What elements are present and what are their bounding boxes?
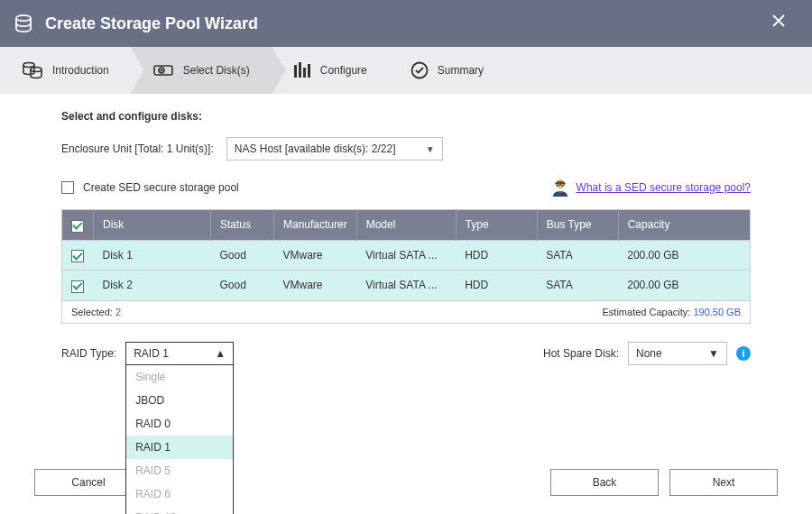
summary-icon: [411, 61, 429, 79]
enclosure-select[interactable]: NAS Host [available disk(s): 2/22] ▼: [226, 137, 443, 161]
cell-bus-type: SATA: [537, 240, 618, 271]
raid-option: RAID 10: [126, 506, 233, 515]
step-label: Configure: [320, 64, 367, 77]
disk-table: Disk Status Manufacturer Model Type Bus …: [61, 209, 751, 301]
introduction-icon: [22, 60, 43, 80]
cell-manufacturer: VMware: [274, 271, 357, 301]
close-icon[interactable]: [770, 13, 798, 32]
sed-help-link[interactable]: What is a SED secure storage pool?: [577, 181, 751, 194]
col-capacity[interactable]: Capacity: [618, 210, 750, 241]
step-configure[interactable]: Configure: [272, 47, 389, 94]
cell-capacity: 200.00 GB: [618, 271, 750, 301]
raid-option: RAID 6: [126, 482, 233, 506]
prompt-text: Select and configure disks:: [61, 110, 751, 123]
caret-down-icon: ▼: [426, 144, 435, 154]
back-button[interactable]: Back: [550, 469, 659, 496]
svg-point-1: [23, 63, 34, 68]
cell-manufacturer: VMware: [274, 240, 357, 271]
svg-point-2: [31, 68, 42, 72]
row-checkbox[interactable]: [71, 250, 84, 262]
table-row[interactable]: Disk 2GoodVMwareVirtual SATA ...HDDSATA2…: [62, 271, 751, 301]
info-icon[interactable]: i: [736, 346, 751, 361]
svg-rect-9: [308, 64, 310, 78]
hotspare-value: None: [636, 347, 662, 360]
raid-type-select[interactable]: RAID 1 ▲: [125, 342, 234, 365]
col-disk[interactable]: Disk: [94, 210, 211, 241]
estimated-value: 190.50 GB: [693, 307, 741, 317]
cell-model: Virtual SATA ...: [356, 271, 456, 301]
cell-disk: Disk 1: [94, 240, 211, 271]
cell-bus-type: SATA: [537, 271, 618, 301]
svg-rect-7: [299, 62, 301, 78]
raid-option: RAID 5: [126, 459, 233, 482]
step-select-disks[interactable]: Select Disk(s): [131, 47, 272, 94]
raid-type-dropdown[interactable]: SingleJBODRAID 0RAID 1RAID 5RAID 6RAID 1…: [125, 364, 234, 515]
svg-point-5: [161, 69, 162, 71]
disk-icon: [152, 62, 174, 78]
enclosure-value: NAS Host [available disk(s): 2/22]: [235, 142, 396, 155]
cell-model: Virtual SATA ...: [356, 240, 456, 271]
cell-capacity: 200.00 GB: [618, 240, 750, 271]
caret-down-icon: ▼: [708, 347, 719, 360]
caret-up-icon: ▲: [215, 347, 226, 360]
help-avatar-icon: [549, 177, 571, 198]
selected-label: Selected:: [71, 307, 113, 317]
enclosure-label: Enclosure Unit [Total: 1 Unit(s)]:: [61, 142, 214, 155]
raid-option[interactable]: RAID 1: [126, 436, 233, 459]
step-label: Introduction: [52, 64, 109, 77]
svg-rect-6: [294, 65, 297, 78]
step-summary[interactable]: Summary: [389, 47, 505, 94]
estimated-label: Estimated Capacity:: [603, 307, 691, 317]
storage-pool-icon: [13, 13, 34, 34]
col-status[interactable]: Status: [211, 210, 274, 241]
row-checkbox[interactable]: [71, 280, 84, 293]
select-all-checkbox[interactable]: [71, 220, 84, 233]
next-button[interactable]: Next: [669, 469, 778, 496]
col-bus-type[interactable]: Bus Type: [537, 210, 618, 241]
raid-type-label: RAID Type:: [61, 347, 116, 360]
raid-option[interactable]: RAID 0: [126, 412, 233, 436]
raid-type-value: RAID 1: [134, 347, 169, 360]
sed-checkbox-label: Create SED secure storage pool: [83, 181, 239, 194]
step-label: Select Disk(s): [183, 64, 250, 77]
cell-status: Good: [211, 240, 274, 271]
svg-rect-3: [154, 66, 172, 75]
cell-status: Good: [211, 271, 274, 301]
cell-type: HDD: [456, 240, 537, 271]
raid-option[interactable]: JBOD: [126, 389, 233, 412]
table-row[interactable]: Disk 1GoodVMwareVirtual SATA ...HDDSATA2…: [62, 240, 751, 271]
hotspare-label: Hot Spare Disk:: [543, 347, 619, 360]
hotspare-select[interactable]: None ▼: [628, 342, 727, 365]
raid-option: Single: [126, 365, 233, 389]
col-model[interactable]: Model: [356, 210, 456, 241]
cell-disk: Disk 2: [94, 271, 211, 301]
titlebar: Create Storage Pool Wizard: [0, 0, 812, 47]
svg-rect-8: [303, 68, 306, 78]
configure-icon: [293, 62, 311, 78]
col-type[interactable]: Type: [456, 210, 537, 241]
step-label: Summary: [438, 64, 484, 77]
sed-checkbox[interactable]: [61, 181, 74, 194]
col-manufacturer[interactable]: Manufacturer: [274, 210, 357, 241]
window-title: Create Storage Pool Wizard: [45, 14, 258, 33]
svg-point-0: [16, 15, 31, 21]
selected-count: 2: [115, 307, 121, 317]
wizard-steps: Introduction Select Disk(s) Configure Su…: [0, 47, 812, 94]
table-footer: Selected: 2 Estimated Capacity: 190.50 G…: [61, 301, 751, 324]
cell-type: HDD: [456, 271, 537, 301]
step-introduction[interactable]: Introduction: [0, 47, 131, 94]
